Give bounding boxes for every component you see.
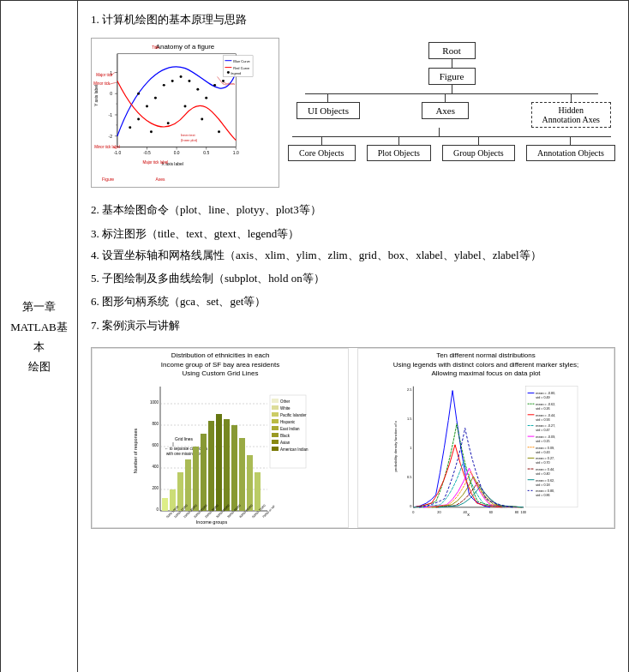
svg-rect-88 (185, 459, 191, 511)
svg-text:mean = -0.09,: mean = -0.09, (536, 435, 555, 439)
svg-point-39 (167, 123, 170, 125)
svg-text:x: x (467, 512, 470, 517)
svg-rect-91 (208, 421, 214, 511)
svg-text:East Indian: East Indian (280, 427, 300, 431)
tree-plot-objects: Plot Objects (367, 145, 431, 161)
svg-text:2.5: 2.5 (407, 387, 411, 392)
svg-point-33 (196, 88, 199, 91)
svg-point-38 (150, 131, 153, 134)
svg-text:600: 600 (152, 443, 159, 447)
svg-text:0: 0 (110, 93, 112, 97)
svg-text:40: 40 (464, 510, 467, 514)
tree-core-objects: Core Objects (288, 145, 356, 161)
svg-text:-0.5: -0.5 (143, 152, 151, 156)
svg-text:Inner text: Inner text (181, 133, 195, 137)
svg-text:Other: Other (280, 399, 291, 404)
svg-point-27 (146, 105, 148, 108)
svg-rect-119 (272, 433, 279, 437)
svg-text:Major tick: Major tick (96, 74, 113, 78)
svg-text:Figure: Figure (102, 177, 114, 182)
item1-heading: 1. 计算机绘图的基本原理与思路 (91, 9, 615, 29)
item6: 6. 图形句柄系统（gca、set、get等） (91, 291, 615, 311)
item3: 3. 标注图形（title、text、gtext、legend等） (91, 224, 615, 243)
svg-point-42 (218, 131, 220, 134)
svg-text:std = 0.49: std = 0.49 (536, 397, 549, 400)
bar-chart-svg: Number of responses Income groups 0 200 … (93, 378, 348, 528)
svg-text:Title: Title (152, 45, 159, 50)
sidebar-line3: 绘图 (5, 357, 73, 376)
svg-text:std = 0.40: std = 0.40 (536, 472, 549, 476)
svg-rect-111 (272, 405, 279, 410)
svg-point-28 (154, 97, 157, 99)
svg-text:legend: legend (231, 71, 241, 75)
svg-point-34 (205, 97, 207, 99)
svg-text:1: 1 (410, 446, 411, 450)
svg-text:(Inner plot): (Inner plot) (181, 138, 198, 142)
svg-text:60: 60 (489, 510, 493, 514)
svg-text:mean = 0.80,: mean = 0.80, (536, 490, 554, 494)
svg-text:std = 0.93: std = 0.93 (536, 418, 549, 422)
svg-rect-115 (272, 419, 279, 423)
svg-text:Axes: Axes (155, 177, 165, 182)
svg-text:0.5: 0.5 (407, 475, 411, 479)
left-sidebar: 第一章 MATLAB基本 绘图 (1, 1, 78, 672)
list-items: 2. 基本绘图命令（plot、line、plotyy、plot3等） 3. 标注… (91, 200, 615, 335)
svg-point-40 (184, 105, 187, 108)
svg-text:White: White (280, 406, 291, 411)
svg-text:80: 80 (515, 510, 518, 514)
svg-rect-2 (117, 54, 236, 147)
svg-text:800: 800 (152, 422, 159, 426)
svg-text:Options: Options (223, 82, 235, 87)
svg-text:std = 0.26: std = 0.26 (536, 407, 549, 411)
diagram-row: Anatomy of a figure (91, 38, 615, 188)
svg-point-25 (129, 127, 131, 129)
svg-text:Red Curve: Red Curve (233, 66, 250, 70)
tree-diagram: Root Figure UI Objects (288, 38, 615, 161)
svg-rect-113 (272, 412, 279, 417)
tree-group-objects: Group Objects (442, 145, 515, 161)
normal-chart-title: Ten different normal distributions Using… (358, 351, 614, 378)
svg-rect-85 (162, 498, 168, 511)
svg-text:1.5: 1.5 (407, 417, 411, 421)
chart-right: Ten different normal distributions Using… (357, 348, 614, 528)
svg-text:Major tick label: Major tick label (143, 161, 169, 165)
svg-text:200: 200 (152, 486, 159, 490)
svg-text:Minor tick label: Minor tick label (94, 146, 120, 150)
svg-text:std = 0.43: std = 0.43 (536, 451, 549, 454)
normal-chart-svg: probability density function of x x 0 0.… (358, 378, 614, 528)
tree-axes: Axes (422, 102, 469, 119)
svg-text:0.0: 0.0 (174, 152, 180, 156)
svg-point-48 (227, 71, 230, 74)
svg-rect-94 (231, 425, 237, 511)
svg-point-30 (171, 80, 174, 82)
svg-text:Income groups: Income groups (196, 519, 228, 525)
svg-text:Blue Curve: Blue Curve (233, 59, 250, 63)
svg-text:std = 0.25: std = 0.25 (536, 440, 549, 443)
tree-figure: Figure (428, 68, 476, 85)
svg-text:Asian: Asian (280, 441, 291, 445)
svg-rect-95 (239, 438, 245, 511)
svg-text:100: 100 (521, 510, 526, 514)
svg-rect-87 (177, 472, 183, 511)
svg-rect-90 (201, 434, 207, 511)
item2: 2. 基本绘图命令（plot、line、plotyy、plot3等） (91, 200, 615, 219)
svg-text:mean = -0.80,: mean = -0.80, (536, 393, 555, 396)
svg-text:mean = 0.62,: mean = 0.62, (536, 479, 554, 483)
svg-text:20: 20 (437, 510, 440, 514)
page-container: 第一章 MATLAB基本 绘图 1. 计算机绘图的基本原理与思路 Anatomy… (0, 0, 629, 672)
svg-point-37 (137, 93, 140, 95)
svg-text:American Indian: American Indian (280, 447, 309, 452)
svg-point-35 (213, 84, 216, 87)
svg-text:Hispanic: Hispanic (280, 420, 296, 424)
svg-text:0: 0 (410, 504, 411, 508)
svg-point-41 (201, 118, 203, 121)
svg-text:mean = -0.44,: mean = -0.44, (536, 414, 555, 417)
svg-rect-97 (255, 472, 261, 511)
svg-text:0.5: 0.5 (203, 152, 209, 156)
svg-rect-123 (272, 447, 279, 451)
svg-text:1000: 1000 (150, 400, 159, 405)
svg-text:std = 0.70: std = 0.70 (536, 462, 549, 465)
svg-rect-109 (272, 399, 279, 403)
chart-left: Distribution of ethnicities in each Inco… (92, 348, 349, 528)
svg-rect-117 (272, 426, 279, 430)
